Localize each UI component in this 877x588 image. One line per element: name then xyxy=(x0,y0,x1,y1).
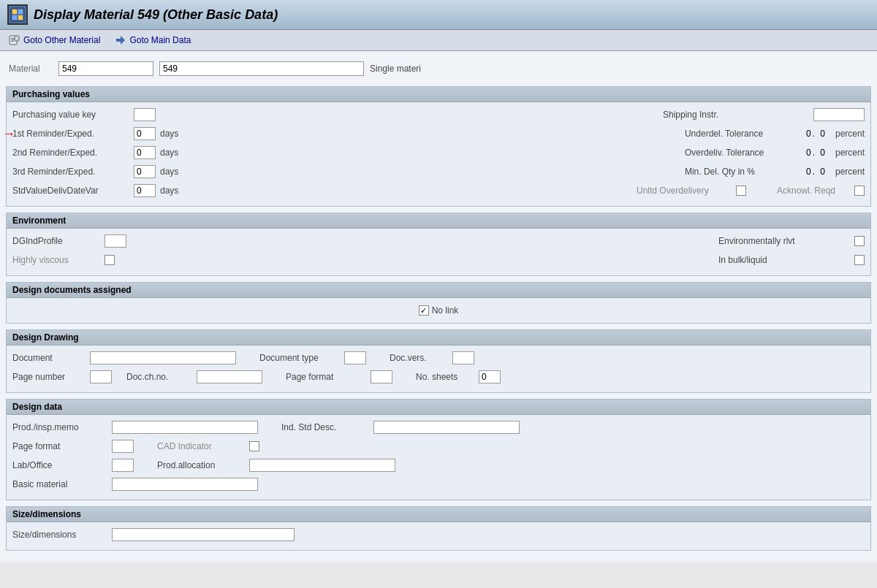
prod-insp-row: Prod./insp.memo Ind. Std Desc. xyxy=(12,419,865,435)
dg-ind-label: DGIndProfile xyxy=(12,236,100,246)
std-value-label: StdValueDelivDateVar xyxy=(12,186,129,196)
env-rlvt-checkbox[interactable] xyxy=(854,236,865,246)
overdel-tol-label: Overdeliv. Tolerance xyxy=(685,148,802,158)
environment-section: Environment DGIndProfile Environmentally… xyxy=(6,213,871,276)
lab-office-label: Lab/Office xyxy=(12,460,107,470)
purchasing-values-body: Purchasing value key Shipping Instr. → 1… xyxy=(7,102,870,206)
material-input2[interactable] xyxy=(159,61,364,76)
doc-ch-no-input[interactable] xyxy=(197,370,262,383)
page-format-dd-label: Page format xyxy=(286,372,366,382)
environment-header: Environment xyxy=(7,213,870,229)
document-input[interactable] xyxy=(90,351,236,364)
ind-std-desc-input[interactable] xyxy=(373,421,520,434)
page-format-dd-label2: Page format xyxy=(12,441,107,451)
title-bar: Display Material 549 (Other Basic Data) xyxy=(0,0,877,30)
goto-main-data-label: Goto Main Data xyxy=(129,35,191,45)
design-documents-section: Design documents assigned ✓ No link xyxy=(6,282,871,324)
underdel-tol-unit: percent xyxy=(835,129,865,139)
min-del-qty-unit: percent xyxy=(835,167,865,177)
basic-material-row: Basic material xyxy=(12,476,865,492)
no-sheets-input[interactable] xyxy=(479,370,501,383)
reminder3-row: 3rd Reminder/Exped. days Min. Del. Qty i… xyxy=(12,164,865,180)
document-row: Document Document type Doc.vers. xyxy=(12,350,865,366)
prod-insp-input[interactable] xyxy=(112,421,258,434)
size-dimensions-input[interactable] xyxy=(112,528,295,541)
app-icon xyxy=(7,4,28,25)
page-title: Display Material 549 (Other Basic Data) xyxy=(34,7,278,23)
dg-ind-row: DGIndProfile Environmentally rlvt xyxy=(12,233,865,249)
cad-indicator-checkbox[interactable] xyxy=(249,441,259,451)
reminder3-input[interactable] xyxy=(134,165,156,178)
svg-rect-8 xyxy=(11,41,14,42)
goto-other-material-button[interactable]: Goto Other Material xyxy=(6,33,103,47)
in-bulk-liquid-checkbox[interactable] xyxy=(854,255,865,265)
reminder2-label: 2nd Reminder/Exped. xyxy=(12,148,129,158)
basic-material-label: Basic material xyxy=(12,479,107,489)
svg-marker-10 xyxy=(116,36,125,45)
highly-viscous-checkbox[interactable] xyxy=(105,255,115,265)
svg-rect-4 xyxy=(18,15,23,20)
svg-rect-9 xyxy=(15,36,19,41)
material-label: Material xyxy=(9,64,53,74)
goto-main-data-button[interactable]: Goto Main Data xyxy=(112,33,194,47)
page-format-dd-input[interactable] xyxy=(371,370,392,383)
std-value-unit: days xyxy=(160,186,178,196)
reminder2-row: 2nd Reminder/Exped. days Overdeliv. Tole… xyxy=(12,145,865,161)
svg-rect-3 xyxy=(12,15,17,20)
design-documents-body: ✓ No link xyxy=(7,298,870,323)
lab-office-row: Lab/Office Prod.allocation xyxy=(12,457,865,473)
design-drawing-body: Document Document type Doc.vers. Page nu… xyxy=(7,345,870,392)
purchasing-values-section: Purchasing values Purchasing value key S… xyxy=(6,86,871,207)
no-link-checkbox[interactable]: ✓ xyxy=(419,305,429,316)
lab-office-input[interactable] xyxy=(112,459,134,472)
prod-allocation-input[interactable] xyxy=(249,459,395,472)
unltd-overdelivery-checkbox[interactable] xyxy=(736,186,746,196)
basic-material-input[interactable] xyxy=(112,478,258,491)
page-format-input2[interactable] xyxy=(112,440,134,453)
prod-insp-label: Prod./insp.memo xyxy=(12,422,107,432)
min-del-qty-value: 0. 0 xyxy=(806,167,827,177)
purchasing-value-key-input[interactable] xyxy=(134,108,156,121)
svg-rect-2 xyxy=(18,9,23,14)
min-del-qty-label: Min. Del. Qty in % xyxy=(685,167,802,177)
acknowl-reqd-checkbox[interactable] xyxy=(854,186,865,196)
reminder2-input[interactable] xyxy=(134,146,156,159)
unltd-overdelivery-label: Unltd Overdelivery xyxy=(637,186,732,196)
design-drawing-section: Design Drawing Document Document type Do… xyxy=(6,329,871,393)
shipping-instr-input[interactable] xyxy=(813,108,865,121)
shipping-instr-label: Shipping Instr. xyxy=(663,110,809,120)
highly-viscous-label: Highly viscous xyxy=(12,255,100,265)
material-input1[interactable] xyxy=(58,61,153,76)
reminder1-unit: days xyxy=(160,129,178,139)
goto-main-data-icon xyxy=(115,34,126,46)
highly-viscous-row: Highly viscous In bulk/liquid xyxy=(12,252,865,268)
svg-rect-1 xyxy=(12,9,17,14)
dg-ind-input[interactable] xyxy=(105,234,126,248)
std-value-input[interactable] xyxy=(134,184,156,197)
document-type-input[interactable] xyxy=(344,351,366,364)
overdel-tol-value: 0. 0 xyxy=(806,148,827,158)
prod-allocation-label: Prod.allocation xyxy=(157,460,245,470)
env-rlvt-label: Environmentally rlvt xyxy=(718,236,850,246)
reminder3-label: 3rd Reminder/Exped. xyxy=(12,167,129,177)
reminder2-unit: days xyxy=(160,148,178,158)
reminder1-row: → 1st Reminder/Exped. days Underdel. Tol… xyxy=(12,126,865,142)
no-sheets-label: No. sheets xyxy=(416,372,474,382)
reminder1-input[interactable] xyxy=(134,127,156,140)
material-row: Material Single materi xyxy=(6,57,871,80)
std-value-row: StdValueDelivDateVar days Unltd Overdeli… xyxy=(12,183,865,199)
size-dimensions-header: Size/dimensions xyxy=(7,507,870,522)
goto-other-material-icon xyxy=(9,34,20,46)
design-drawing-header: Design Drawing xyxy=(7,330,870,345)
design-documents-header: Design documents assigned xyxy=(7,283,870,298)
document-type-label: Document type xyxy=(259,353,340,363)
no-link-label: No link xyxy=(432,305,459,316)
cad-indicator-label: CAD Indicator xyxy=(157,441,245,451)
page-format-row: Page format CAD Indicator xyxy=(12,438,865,454)
purchasing-value-key-label: Purchasing value key xyxy=(12,110,129,120)
doc-ch-no-label: Doc.ch.no. xyxy=(126,372,192,382)
purchasing-values-header: Purchasing values xyxy=(7,87,870,102)
doc-vers-input[interactable] xyxy=(452,351,474,364)
toolbar: Goto Other Material Goto Main Data xyxy=(0,30,877,51)
page-number-input[interactable] xyxy=(90,370,112,383)
